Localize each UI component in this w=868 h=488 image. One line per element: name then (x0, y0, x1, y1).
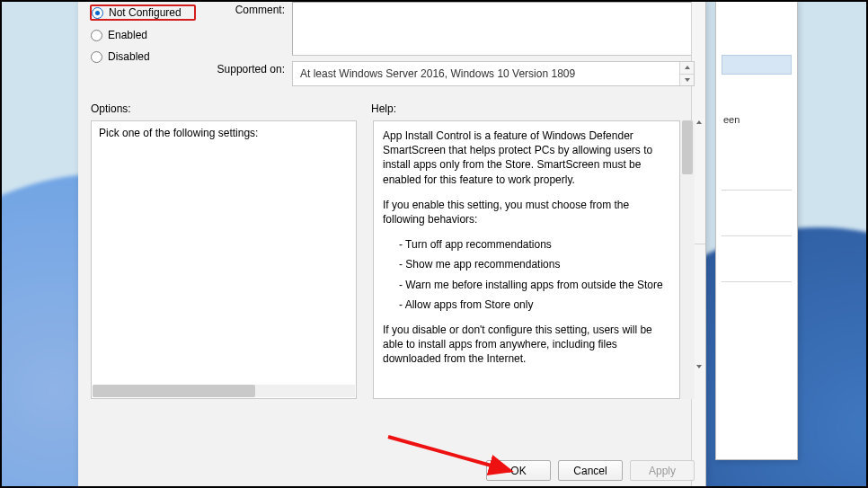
radio-enabled[interactable]: Enabled (91, 29, 195, 41)
ok-button[interactable]: OK (486, 460, 551, 481)
scrollbar-thumb[interactable] (682, 120, 693, 174)
help-bullet: - Show me app recommendations (399, 257, 670, 271)
cancel-button[interactable]: Cancel (558, 460, 623, 481)
radio-label: Not Configured (109, 6, 182, 19)
radio-dot-icon (91, 51, 102, 63)
help-heading: Help: (371, 102, 396, 115)
radio-not-configured[interactable]: Not Configured (91, 5, 195, 20)
radio-label: Disabled (108, 50, 150, 63)
radio-dot-icon (91, 30, 102, 41)
help-paragraph: If you enable this setting, you must cho… (383, 198, 670, 226)
help-bullet: - Turn off app recommendations (399, 237, 670, 252)
supported-spinner[interactable] (679, 62, 694, 85)
options-horizontal-scrollbar[interactable] (93, 385, 355, 397)
options-text: Pick one of the following settings: (99, 127, 258, 139)
help-bullet: - Allow apps from Store only (399, 297, 670, 312)
radio-dot-icon (92, 7, 103, 19)
background-window: een (715, 0, 798, 460)
help-bullet: - Warn me before installing apps from ou… (399, 278, 670, 292)
chevron-down-icon (685, 78, 690, 82)
help-paragraph: If you disable or don't configure this s… (383, 323, 670, 367)
radio-label: Enabled (108, 29, 147, 41)
chevron-down-icon (696, 365, 702, 368)
comment-label: Comment: (211, 2, 285, 16)
supported-on-field: At least Windows Server 2016, Windows 10… (292, 61, 695, 86)
help-vertical-scrollbar[interactable] (680, 120, 695, 399)
chevron-up-icon (685, 66, 690, 69)
policy-dialog: Not Configured Enabled Disabled Comment: (78, 0, 706, 488)
help-paragraph: App Install Control is a feature of Wind… (383, 129, 670, 187)
comment-textarea[interactable] (292, 2, 695, 56)
background-window-fragment: een (723, 114, 740, 125)
dialog-button-row: OK Cancel Apply (78, 460, 695, 481)
supported-on-text: At least Windows Server 2016, Windows 10… (300, 67, 575, 80)
radio-disabled[interactable]: Disabled (91, 50, 195, 63)
state-radio-group: Not Configured Enabled Disabled (91, 2, 195, 63)
chevron-up-icon (696, 120, 702, 124)
options-pane: Pick one of the following settings: (91, 120, 357, 399)
help-pane: App Install Control is a feature of Wind… (373, 120, 680, 399)
supported-on-label: Supported on: (211, 61, 285, 75)
options-heading: Options: (91, 102, 131, 115)
apply-button[interactable]: Apply (630, 460, 695, 481)
